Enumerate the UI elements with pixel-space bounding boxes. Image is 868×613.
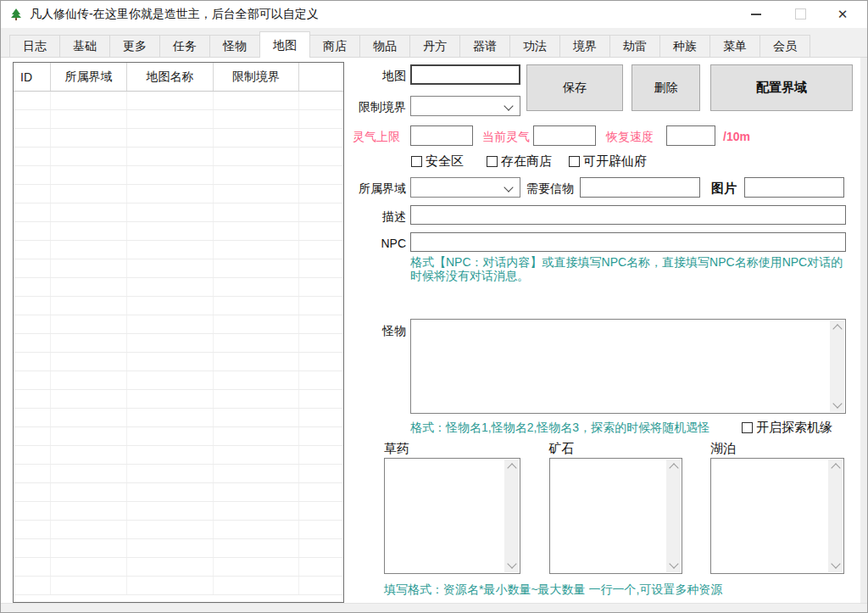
map-name-input[interactable] <box>410 64 520 85</box>
npc-input[interactable] <box>410 232 846 252</box>
table-row[interactable] <box>14 278 343 297</box>
table-cell <box>14 297 51 315</box>
monster-textarea[interactable] <box>410 319 846 414</box>
table-row[interactable] <box>14 409 343 427</box>
image-input[interactable] <box>744 177 844 198</box>
restrict-realm-select[interactable] <box>410 96 520 116</box>
ore-textarea[interactable] <box>549 458 682 574</box>
table-row[interactable] <box>14 334 343 353</box>
token-input[interactable] <box>580 177 700 198</box>
table-row[interactable] <box>14 185 343 203</box>
tab-任务[interactable]: 任务 <box>159 35 210 57</box>
tab-更多[interactable]: 更多 <box>109 35 160 57</box>
tab-会员[interactable]: 会员 <box>760 35 810 57</box>
table-row[interactable] <box>14 166 343 185</box>
table-cell <box>51 148 127 165</box>
has-shop-checkbox[interactable]: 存在商店 <box>487 153 552 170</box>
minimize-button[interactable] <box>737 1 776 27</box>
tab-功法[interactable]: 功法 <box>509 35 560 57</box>
table-cell <box>51 371 127 389</box>
table-row[interactable] <box>14 446 343 465</box>
map-table[interactable]: ID所属界域地图名称限制境界 <box>13 62 344 603</box>
npc-label: NPC <box>360 237 406 250</box>
table-cell <box>51 334 127 352</box>
table-cell <box>14 185 51 203</box>
save-button[interactable]: 保存 <box>526 64 623 111</box>
table-cell <box>14 259 51 277</box>
column-header-地图名称[interactable]: 地图名称 <box>127 63 214 91</box>
scrollbar[interactable] <box>504 460 519 572</box>
table-row[interactable] <box>14 465 343 483</box>
realm-select[interactable] <box>410 177 520 198</box>
tab-物品[interactable]: 物品 <box>359 35 410 57</box>
table-cell <box>51 129 127 147</box>
column-header-ID[interactable]: ID <box>14 63 51 91</box>
table-row[interactable] <box>14 222 343 241</box>
token-label: 需要信物 <box>526 181 574 197</box>
table-row[interactable] <box>14 110 343 129</box>
column-header-所属界域[interactable]: 所属界域 <box>51 63 127 91</box>
table-row[interactable] <box>14 371 343 390</box>
table-row[interactable] <box>14 577 343 595</box>
window-title: 凡人修仙传-在这里你就是造世主，后台全部可以自定义 <box>30 7 319 22</box>
tab-丹方[interactable]: 丹方 <box>409 35 460 57</box>
tab-劫雷[interactable]: 劫雷 <box>609 35 660 57</box>
tab-器谱[interactable]: 器谱 <box>459 35 510 57</box>
aura-current-input[interactable] <box>533 125 596 146</box>
table-row[interactable] <box>14 297 343 315</box>
tab-怪物[interactable]: 怪物 <box>209 35 260 57</box>
restrict-realm-label: 限制境界 <box>347 100 406 115</box>
table-cell <box>51 278 127 296</box>
tab-商店[interactable]: 商店 <box>309 35 360 57</box>
scrollbar[interactable] <box>666 460 681 572</box>
table-row[interactable] <box>14 203 343 222</box>
table-cell <box>127 465 214 482</box>
table-row[interactable] <box>14 259 343 278</box>
safe-zone-checkbox[interactable]: 安全区 <box>411 153 464 170</box>
table-row[interactable] <box>14 241 343 259</box>
column-header-限制境界[interactable]: 限制境界 <box>214 63 299 91</box>
open-mansion-checkbox[interactable]: 可开辟仙府 <box>569 153 647 170</box>
scrollbar[interactable] <box>828 460 843 572</box>
table-row[interactable] <box>14 558 343 577</box>
herb-textarea[interactable] <box>384 458 520 574</box>
table-row[interactable] <box>14 483 343 502</box>
table-cell <box>214 371 299 389</box>
delete-button[interactable]: 删除 <box>632 64 700 111</box>
table-row[interactable] <box>14 129 343 148</box>
table-row[interactable] <box>14 502 343 521</box>
table-row[interactable] <box>14 390 343 409</box>
table-row[interactable] <box>14 353 343 371</box>
table-row[interactable] <box>14 148 343 166</box>
aura-max-input[interactable] <box>410 125 473 146</box>
table-cell <box>299 334 343 352</box>
tab-地图[interactable]: 地图 <box>259 31 310 58</box>
table-cell <box>127 558 214 576</box>
configure-realm-button[interactable]: 配置界域 <box>710 64 853 111</box>
table-row[interactable] <box>14 427 343 446</box>
table-cell <box>127 110 214 128</box>
tab-日志[interactable]: 日志 <box>9 35 60 57</box>
recovery-speed-input[interactable] <box>666 125 715 146</box>
lake-textarea[interactable] <box>710 458 844 574</box>
table-cell <box>14 278 51 296</box>
tab-境界[interactable]: 境界 <box>559 35 610 57</box>
description-input[interactable] <box>410 205 846 225</box>
explore-chance-checkbox[interactable]: 开启探索机缘 <box>742 420 832 436</box>
table-cell <box>214 185 299 203</box>
table-cell <box>14 390 51 408</box>
table-row[interactable] <box>14 521 343 539</box>
tab-菜单[interactable]: 菜单 <box>709 35 760 57</box>
table-cell <box>214 521 299 538</box>
table-cell <box>299 483 343 501</box>
tab-基础[interactable]: 基础 <box>59 35 110 57</box>
table-row[interactable] <box>14 315 343 334</box>
close-button[interactable]: ✕ <box>823 1 862 27</box>
scrollbar[interactable] <box>830 320 844 412</box>
tab-种族[interactable]: 种族 <box>659 35 710 57</box>
table-row[interactable] <box>14 92 343 110</box>
table-row[interactable] <box>14 539 343 558</box>
title-bar: 凡人修仙传-在这里你就是造世主，后台全部可以自定义 ✕ <box>1 1 867 28</box>
table-cell <box>299 203 343 221</box>
maximize-button[interactable] <box>781 1 820 27</box>
